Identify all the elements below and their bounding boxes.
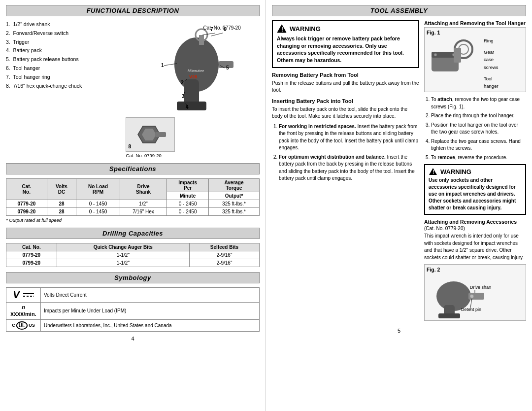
fig1-hanger-label: Toolhanger (484, 75, 499, 90)
spec-col-cat: Cat.No. (6, 179, 47, 200)
svg-text:!: ! (432, 169, 434, 175)
drilling-header: Drilling Capacities (6, 228, 260, 239)
sym-icon-dc: V (6, 288, 41, 303)
specifications-table: Cat.No. VoltsDC No LoadRPM DriveShank Im… (6, 178, 260, 216)
sym-row-ipm: n xxxx/min. Impacts per Minute Under Loa… (6, 303, 260, 320)
drill-cell: 1-1/2" (57, 259, 189, 267)
list-item: 6. Tool hanger (6, 64, 119, 72)
warning-label-1: WARNING (290, 25, 321, 33)
page-number-left: 4 (6, 336, 260, 342)
list-item: 2. Forward/Reverse switch (6, 29, 119, 37)
spec-cell: 0 - 1450 (76, 200, 120, 208)
list-item: Position the tool hanger on the tool ove… (431, 122, 526, 136)
warning-box-2: ! WARNING Use only sockets and other acc… (424, 164, 526, 215)
removing-battery-header: Removing Battery Pack from Tool (272, 72, 419, 78)
svg-rect-38 (438, 313, 460, 318)
attaching-accessories-body: This impact wrench is intended only for … (424, 233, 526, 261)
cat-no-bottom-label: Cat. No. 0799-20 (126, 153, 161, 158)
warning-label-2: WARNING (440, 168, 471, 175)
cat-no-accessories: (Cat. No. 0779-20) (424, 226, 526, 231)
hanger-steps-list: To attach, remove the two top gear case … (424, 96, 526, 161)
svg-rect-5 (199, 35, 204, 45)
svg-rect-24 (155, 132, 166, 137)
sym-row-dc: V Volts Direct Current (6, 288, 260, 303)
svg-text:!: ! (281, 26, 283, 33)
spec-col-output: Output* (209, 192, 260, 200)
drilling-section: Drilling Capacities Cat. No. Quick Chang… (6, 228, 260, 267)
functional-description-header: FUNCTIONAL DESCRIPTION (6, 5, 260, 16)
fig1-label: Fig. 1 (427, 30, 524, 35)
spec-cell: 28 (47, 208, 76, 216)
attaching-accessories-header: Attaching and Removing Accessories (424, 219, 526, 225)
warning-triangle-icon: ! (277, 24, 287, 33)
svg-text:Drive shank: Drive shank (470, 285, 491, 290)
list-item: 7. Tool hanger ring (6, 73, 119, 81)
spec-cell: 0799-20 (6, 208, 47, 216)
svg-point-40 (470, 294, 474, 298)
sym-icon-ipm: n xxxx/min. (6, 303, 41, 320)
table-row: 0779-20 28 0 - 1450 1/2" 0 - 2450 325 ft… (6, 200, 260, 208)
list-item: 3. Trigger (6, 38, 119, 46)
fig1-svg (427, 37, 481, 76)
step2-bold: For optimum weight distribution and bala… (279, 154, 386, 160)
list-item: For working in restricted spaces. Insert… (279, 123, 419, 152)
warning-body-2: Use only sockets and other accessories s… (429, 177, 522, 211)
inserting-battery-header: Inserting Battery Pack into Tool (272, 98, 419, 104)
warning-triangle-icon-2: ! (429, 168, 437, 175)
tool-assembly-right: Attaching and Removing the Tool Hanger F… (424, 20, 526, 325)
list-item: Replace the two gear case screws. Hand t… (431, 138, 526, 152)
spec-cell: 0 - 2450 (167, 200, 209, 208)
spec-col-impacts: ImpactsPer (167, 179, 209, 192)
list-item: 5. Battery pack release buttons (6, 55, 119, 64)
table-row: 0799-20 28 0 - 1450 7/16" Hex 0 - 2450 3… (6, 208, 260, 216)
spec-cell: 325 ft-lbs.* (209, 208, 260, 216)
spec-cell: 0 - 1450 (76, 208, 120, 216)
svg-text:V28: V28 (189, 74, 197, 79)
sym-desc-ipm: Impacts per Minute Under Load (IPM) (41, 303, 260, 320)
removing-battery-text: Push in the release buttons and pull the… (272, 80, 419, 94)
drill-col-auger: Quick Change Auger Bits (57, 243, 189, 251)
spec-cell: 1/2" (120, 200, 166, 208)
fig2-box: Fig. 2 (424, 264, 526, 321)
svg-rect-2 (177, 102, 206, 110)
list-item: 4. Battery pack (6, 46, 119, 55)
specifications-section: Specifications Cat.No. VoltsDC No LoadRP… (6, 163, 260, 223)
page: FUNCTIONAL DESCRIPTION 1. 1/2" drive sha… (0, 0, 532, 411)
page-number-right: 5 (272, 328, 526, 334)
list-item: 1. 1/2" drive shank (6, 20, 119, 29)
sym-icon-ul: C UL US (6, 319, 41, 331)
right-column: TOOL ASSEMBLY ! WARNING Always lock trig… (266, 0, 532, 411)
drill-cell: 1-1/2" (57, 251, 189, 259)
tool-diagram-area: Cat. No. 0779-20 (123, 20, 260, 158)
svg-text:5: 5 (226, 65, 229, 70)
drill-col-cat: Cat. No. (6, 243, 57, 251)
list-item: 8. 7/16" hex quick-change chuck (6, 82, 119, 90)
warning-box-1: ! WARNING Always lock trigger or remove … (272, 20, 419, 68)
spec-cell: 0 - 2450 (167, 208, 209, 216)
num-label-8: 8 (128, 144, 131, 149)
cat-no-top-label: Cat. No. 0779-20 (203, 25, 241, 31)
inserting-battery-text: To insert the battery pack onto the tool… (272, 106, 419, 120)
step1-bold: For working in restricted spaces. (279, 124, 356, 129)
warning-header-1: ! WARNING (277, 24, 414, 33)
drill-cell: 0799-20 (6, 259, 57, 267)
spec-col-rpm: No LoadRPM (76, 179, 120, 200)
warning-body-1: Always lock trigger or remove battery pa… (277, 35, 414, 64)
sym-desc-dc: Volts Direct Current (41, 288, 260, 303)
spec-col-torque: AverageTorque (209, 179, 260, 192)
drilling-table: Cat. No. Quick Change Auger Bits Selfeed… (6, 243, 260, 267)
svg-point-31 (434, 53, 437, 56)
fig1-ring-label: Ring (484, 37, 499, 44)
sym-row-ul: C UL US Underwriters Laboratories, Inc.,… (6, 319, 260, 331)
svg-text:Detent pin: Detent pin (461, 307, 481, 312)
list-item: Place the ring through the tool hanger. (431, 112, 526, 120)
drill-cell: 0779-20 (6, 251, 57, 259)
attaching-hanger-header: Attaching and Removing the Tool Hanger (424, 20, 526, 26)
spec-cell: 7/16" Hex (120, 208, 166, 216)
drill-cell: 2-9/16" (189, 259, 259, 267)
battery-steps-list: For working in restricted spaces. Insert… (272, 123, 419, 182)
spec-col-volts: VoltsDC (47, 179, 76, 200)
svg-line-13 (202, 33, 215, 35)
tool-assembly-header: TOOL ASSEMBLY (272, 5, 526, 16)
functional-description-list: 1. 1/2" drive shank 2. Forward/Reverse s… (6, 20, 119, 90)
